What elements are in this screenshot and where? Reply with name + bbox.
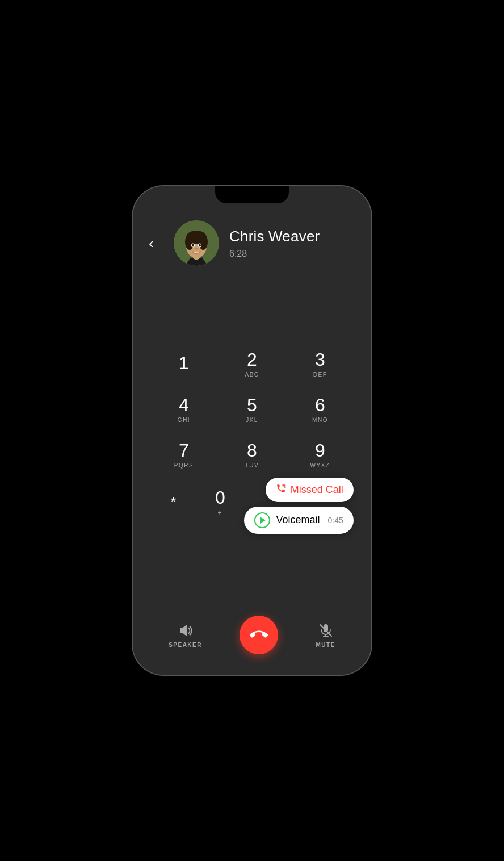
- play-triangle: [260, 517, 266, 524]
- phone-frame: ‹: [133, 186, 371, 675]
- missed-call-badge[interactable]: Missed Call: [266, 478, 354, 502]
- key-9[interactable]: 9 WYXZ: [297, 434, 343, 475]
- missed-call-phone-icon: [276, 483, 286, 496]
- mute-button[interactable]: MUTE: [316, 622, 335, 648]
- dialpad-row-3: 7 PQRS 8 TUV 9 WYXZ: [150, 434, 354, 475]
- header: ‹: [133, 209, 371, 271]
- key-3[interactable]: 3 DEF: [297, 344, 343, 384]
- dialpad-row-2: 4 GHI 5 JKL 6 MNO: [150, 389, 354, 430]
- avatar: [174, 220, 219, 266]
- play-icon: [254, 512, 270, 528]
- notch: [215, 186, 289, 203]
- end-call-icon: [250, 626, 268, 644]
- key-1[interactable]: 1: [161, 344, 207, 384]
- dialpad: 1 2 ABC 3 DEF 4 GHI 5: [133, 271, 371, 600]
- bottom-controls: SPEAKER MUTE: [133, 605, 371, 675]
- popup-container: Missed Call Voicemail 0:45: [244, 478, 353, 534]
- dialpad-row-1: 1 2 ABC 3 DEF: [150, 344, 354, 384]
- voicemail-badge[interactable]: Voicemail 0:45: [244, 507, 353, 534]
- speaker-button[interactable]: SPEAKER: [169, 622, 202, 648]
- contact-info: Chris Weaver 6:28: [174, 220, 320, 266]
- svg-point-13: [192, 244, 194, 247]
- missed-call-label: Missed Call: [291, 484, 343, 496]
- end-call-button[interactable]: [240, 616, 278, 654]
- svg-point-14: [199, 244, 201, 247]
- speaker-label: SPEAKER: [169, 642, 202, 648]
- svg-marker-17: [180, 625, 187, 636]
- mic-icon: [318, 622, 334, 638]
- call-time: 6:28: [229, 249, 320, 259]
- key-2[interactable]: 2 ABC: [229, 344, 275, 384]
- contact-name: Chris Weaver: [229, 228, 320, 245]
- key-6[interactable]: 6 MNO: [297, 389, 343, 430]
- voicemail-duration: 0:45: [327, 516, 343, 525]
- back-button[interactable]: ‹: [149, 236, 162, 250]
- voicemail-label: Voicemail: [276, 514, 320, 526]
- key-4[interactable]: 4 GHI: [161, 389, 207, 430]
- svg-point-10: [187, 231, 205, 242]
- contact-text: Chris Weaver 6:28: [229, 228, 320, 259]
- key-7[interactable]: 7 PQRS: [161, 434, 207, 475]
- key-0[interactable]: 0 +: [198, 482, 243, 523]
- svg-point-15: [195, 248, 198, 250]
- dialpad-row-last: * 0 +: [150, 482, 354, 534]
- mute-label: MUTE: [316, 642, 335, 648]
- key-5[interactable]: 5 JKL: [229, 389, 275, 430]
- key-star[interactable]: *: [150, 482, 196, 523]
- key-8[interactable]: 8 TUV: [229, 434, 275, 475]
- speaker-icon: [178, 622, 194, 638]
- screen: ‹: [133, 186, 371, 675]
